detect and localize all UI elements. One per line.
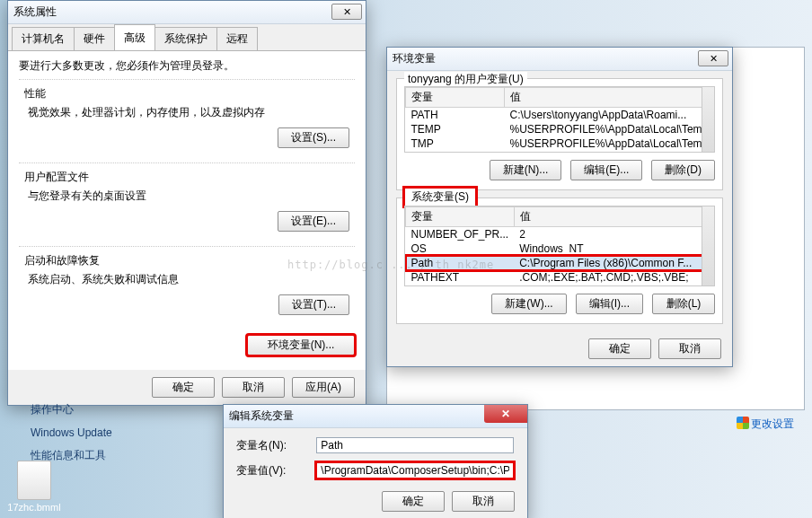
user-vars-group: tonyyang 的用户变量(U) 变量 值 PATHC:\Users\tony… <box>396 78 723 190</box>
close-icon[interactable]: ✕ <box>698 50 728 66</box>
var-name-label: 变量名(N): <box>236 438 308 453</box>
var-value-label: 变量值(V): <box>236 463 308 478</box>
userprof-desc: 与您登录有关的桌面设置 <box>28 189 349 204</box>
table-row: OSWindows_NT <box>406 241 714 256</box>
userprof-settings-button[interactable]: 设置(E)... <box>278 211 349 232</box>
scrollbar[interactable] <box>702 87 714 152</box>
sys-vars-listbox[interactable]: 变量 值 NUMBER_OF_PR...2 OSWindows_NT PathC… <box>404 206 715 286</box>
scrollbar[interactable] <box>702 206 714 285</box>
col-name: 变量 <box>406 207 515 227</box>
col-name: 变量 <box>406 88 505 108</box>
shield-icon <box>737 417 749 429</box>
startup-desc: 系统启动、系统失败和调试信息 <box>28 272 349 287</box>
sysprops-title: 系统属性 <box>13 4 360 20</box>
env-title: 环境变量 <box>393 51 727 66</box>
change-settings-link[interactable]: 更改设置 <box>737 417 794 432</box>
system-properties-window: 系统属性 ✕ 计算机名 硬件 高级 系统保护 远程 要进行大多数更改，您必须作为… <box>7 0 366 406</box>
close-icon[interactable]: ✕ <box>331 4 362 20</box>
user-edit-button[interactable]: 编辑(E)... <box>570 160 642 180</box>
table-row: PATHEXT.COM;.EXE;.BAT;.CMD;.VBS;.VBE; <box>406 270 714 285</box>
user-vars-listbox[interactable]: 变量 值 PATHC:\Users\tonyyang\AppData\Roami… <box>404 86 715 153</box>
col-value: 值 <box>505 88 714 108</box>
user-vars-legend: tonyyang 的用户变量(U) <box>404 72 527 87</box>
document-icon <box>17 461 51 500</box>
table-row-path: PathC:\Program Files (x86)\Common F... <box>406 256 714 270</box>
env-ok-button[interactable]: 确定 <box>588 338 651 359</box>
col-value: 值 <box>514 207 713 227</box>
var-name-input[interactable] <box>316 437 514 453</box>
sysprops-tabs: 计算机名 硬件 高级 系统保护 远程 <box>8 24 366 51</box>
sys-new-button[interactable]: 新建(W)... <box>491 294 566 314</box>
sysprops-apply-button[interactable]: 应用(A) <box>292 377 355 398</box>
perf-desc: 视觉效果，处理器计划，内存使用，以及虚拟内存 <box>28 105 349 120</box>
edit-title: 编辑系统变量 <box>229 408 522 424</box>
desktop-file-label: 17zhc.bmml <box>5 502 63 513</box>
userprof-title: 用户配置文件 <box>24 170 349 185</box>
table-row: TEMP%USERPROFILE%\AppData\Local\Temp <box>406 122 714 136</box>
sidebar-item-action-center[interactable]: 操作中心 <box>31 402 112 417</box>
tab-hardware[interactable]: 硬件 <box>74 27 115 50</box>
edit-ok-button[interactable]: 确定 <box>382 491 445 512</box>
close-icon[interactable]: ✕ <box>484 405 527 423</box>
user-delete-button[interactable]: 删除(D) <box>651 160 715 180</box>
sys-delete-button[interactable]: 删除(L) <box>652 294 715 314</box>
edit-sys-var-window: 编辑系统变量 ✕ 变量名(N): 变量值(V): 确定 取消 <box>223 404 528 518</box>
sysprops-intro: 要进行大多数更改，您必须作为管理员登录。 <box>19 58 355 74</box>
table-row: NUMBER_OF_PR...2 <box>406 227 714 242</box>
sys-edit-button[interactable]: 编辑(I)... <box>576 294 643 314</box>
sysprops-ok-button[interactable]: 确定 <box>152 377 215 398</box>
desktop-file-icon[interactable]: 17zhc.bmml <box>5 461 63 513</box>
env-vars-button[interactable]: 环境变量(N)... <box>247 335 355 356</box>
sysprops-body: 要进行大多数更改，您必须作为管理员登录。 性能 视觉效果，处理器计划，内存使用，… <box>8 50 366 370</box>
var-value-input[interactable] <box>316 462 514 478</box>
sidebar-item-windows-update[interactable]: Windows Update <box>31 426 112 439</box>
edit-cancel-button[interactable]: 取消 <box>452 491 515 512</box>
tab-advanced[interactable]: 高级 <box>114 24 155 50</box>
env-vars-window: 环境变量 ✕ tonyyang 的用户变量(U) 变量 值 PATHC:\Use… <box>386 47 733 367</box>
perf-settings-button[interactable]: 设置(S)... <box>278 127 349 148</box>
tab-remote[interactable]: 远程 <box>216 27 258 50</box>
startup-title: 启动和故障恢复 <box>24 253 349 268</box>
user-new-button[interactable]: 新建(N)... <box>490 160 562 180</box>
table-row: PATHC:\Users\tonyyang\AppData\Roami... <box>406 108 714 123</box>
tab-protection[interactable]: 系统保护 <box>154 27 217 50</box>
perf-title: 性能 <box>24 86 349 101</box>
sysprops-cancel-button[interactable]: 取消 <box>222 377 285 398</box>
tab-computername[interactable]: 计算机名 <box>12 27 75 50</box>
table-row: TMP%USERPROFILE%\AppData\Local\Temp <box>406 136 714 151</box>
sys-vars-legend: 系统变量(S) <box>404 188 476 206</box>
sys-vars-group: 系统变量(S) 变量 值 NUMBER_OF_PR...2 OSWindows_… <box>396 198 723 324</box>
env-cancel-button[interactable]: 取消 <box>658 338 721 359</box>
startup-settings-button[interactable]: 设置(T)... <box>278 294 349 315</box>
